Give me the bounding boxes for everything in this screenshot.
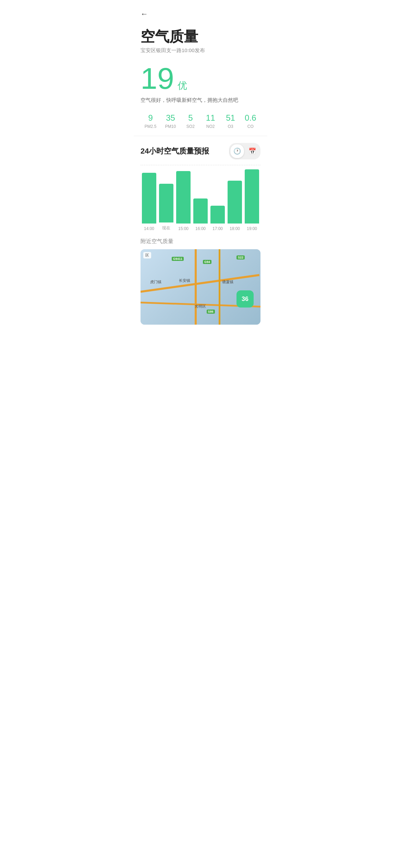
back-button[interactable]: ← — [141, 7, 148, 21]
bar-group: 14:00 — [142, 169, 156, 231]
page-title: 空气质量 — [141, 28, 260, 45]
chart-bar — [193, 198, 208, 224]
map-place-label: 长安镇 — [179, 278, 190, 283]
pollutant-item: 0.6 CO — [241, 113, 260, 129]
pollutant-name: NO2 — [200, 124, 220, 129]
aqi-value: 19 — [141, 63, 174, 94]
bar-label: 19:00 — [247, 226, 257, 231]
title-section: 空气质量 宝安区银田支一路10:00发布 — [134, 25, 267, 54]
aqi-main: 19 优 — [141, 63, 260, 94]
map-background: G9411G94S22S86 虎门镇长安镇塘厦镇光明区 36 区 — [141, 249, 260, 325]
highway-badge: G9411 — [172, 257, 184, 261]
map-place-label: 虎门镇 — [150, 279, 161, 285]
chart-area: 14:00 现在 15:00 16:00 17:00 18:00 19:00 — [141, 165, 260, 231]
bar-label: 14:00 — [144, 226, 154, 231]
map-aqi-badge: 36 — [236, 290, 254, 308]
bar-group: 19:00 — [245, 169, 259, 231]
pollutant-item: 5 SO2 — [181, 113, 200, 129]
pollutant-value: 51 — [220, 113, 240, 123]
forecast-control-button[interactable]: 🕐 — [230, 144, 244, 158]
bar-label: 18:00 — [230, 226, 240, 231]
highway-badge: S86 — [207, 310, 215, 314]
pollutant-name: PM10 — [160, 124, 180, 129]
back-arrow-icon: ← — [141, 10, 148, 19]
chart-bar — [159, 184, 173, 222]
map-area-badge: 区 — [143, 252, 151, 258]
map-place-label: 光明区 — [195, 304, 206, 309]
pollutant-name: PM2.5 — [141, 124, 160, 129]
aqi-section: 19 优 空气很好，快呼吸新鲜空气，拥抱大自然吧 — [134, 54, 267, 109]
header: ← — [134, 0, 267, 25]
pollutant-name: CO — [241, 124, 260, 129]
forecast-control-button[interactable]: 📅 — [245, 144, 259, 158]
pollutant-value: 35 — [160, 113, 180, 123]
chart-bar — [142, 173, 156, 224]
bar-group: 18:00 — [228, 169, 242, 231]
nearby-section: 附近空气质量 G9411G94S22S86 虎门镇长安镇塘厦镇光明区 36 区 — [134, 231, 267, 325]
bar-group: 15:00 — [176, 169, 191, 231]
pollutant-item: 35 PM10 — [160, 113, 180, 129]
pollutant-value: 5 — [181, 113, 200, 123]
page-subtitle: 宝安区银田支一路10:00发布 — [141, 47, 260, 54]
road-v2 — [219, 249, 220, 325]
map-place-label: 塘厦镇 — [222, 279, 233, 285]
forecast-title: 24小时空气质量预报 — [141, 146, 209, 156]
nearby-title: 附近空气质量 — [141, 238, 260, 245]
highway-badge: S22 — [236, 255, 245, 260]
chart-bar — [176, 171, 191, 224]
pollutant-value: 11 — [200, 113, 220, 123]
bar-label: 15:00 — [178, 226, 189, 231]
pollutants-row: 9 PM2.5 35 PM10 5 SO2 11 NO2 51 O3 0.6 C… — [134, 109, 267, 136]
chart-bar — [228, 181, 242, 224]
bar-label: 16:00 — [195, 226, 206, 231]
forecast-header: 24小时空气质量预报 🕐📅 — [141, 143, 260, 159]
aqi-description: 空气很好，快呼吸新鲜空气，拥抱大自然吧 — [141, 97, 260, 104]
pollutant-name: O3 — [220, 124, 240, 129]
bar-group: 现在 — [159, 169, 173, 231]
map-container[interactable]: G9411G94S22S86 虎门镇长安镇塘厦镇光明区 36 区 — [141, 249, 260, 325]
chart-bar — [245, 169, 259, 224]
highway-badge: G94 — [203, 260, 211, 264]
bar-group: 17:00 — [210, 169, 225, 231]
chart-bar — [210, 206, 225, 224]
road-v1 — [195, 249, 197, 325]
forecast-controls: 🕐📅 — [229, 143, 260, 159]
bar-label: 现在 — [162, 225, 170, 231]
pollutant-value: 0.6 — [241, 113, 260, 123]
pollutant-item: 11 NO2 — [200, 113, 220, 129]
pollutant-name: SO2 — [181, 124, 200, 129]
pollutant-value: 9 — [141, 113, 160, 123]
bar-group: 16:00 — [193, 169, 208, 231]
pollutant-item: 9 PM2.5 — [141, 113, 160, 129]
aqi-grade: 优 — [178, 79, 187, 92]
forecast-section: 24小时空气质量预报 🕐📅 14:00 现在 15:00 16:00 17:00… — [134, 136, 267, 231]
bar-label: 17:00 — [212, 226, 223, 231]
bars-container: 14:00 现在 15:00 16:00 17:00 18:00 19:00 — [141, 169, 260, 231]
pollutant-item: 51 O3 — [220, 113, 240, 129]
